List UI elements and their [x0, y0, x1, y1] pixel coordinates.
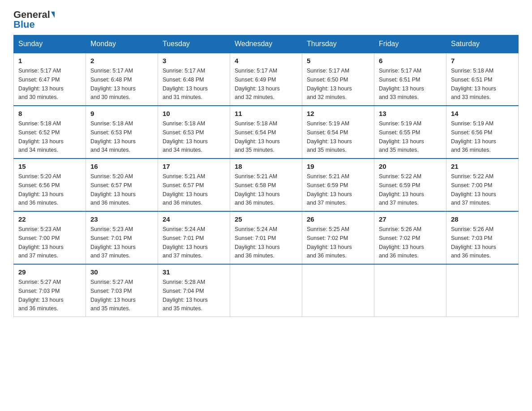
day-info: Sunrise: 5:22 AMSunset: 7:00 PMDaylight:…	[451, 173, 496, 206]
calendar-cell: 3 Sunrise: 5:17 AMSunset: 6:48 PMDayligh…	[158, 53, 230, 106]
day-info: Sunrise: 5:17 AMSunset: 6:50 PMDaylight:…	[307, 68, 352, 100]
calendar-cell: 14 Sunrise: 5:19 AMSunset: 6:56 PMDaylig…	[446, 106, 519, 158]
logo: General Blue	[13, 9, 55, 30]
day-number: 11	[235, 110, 297, 117]
calendar-cell: 4 Sunrise: 5:17 AMSunset: 6:49 PMDayligh…	[230, 53, 302, 106]
day-number: 5	[307, 57, 369, 64]
header-saturday: Saturday	[446, 35, 519, 53]
day-info: Sunrise: 5:17 AMSunset: 6:49 PMDaylight:…	[235, 68, 280, 100]
day-info: Sunrise: 5:17 AMSunset: 6:47 PMDaylight:…	[18, 68, 64, 100]
calendar-cell: 16 Sunrise: 5:20 AMSunset: 6:57 PMDaylig…	[86, 158, 158, 211]
header-friday: Friday	[374, 35, 446, 53]
day-number: 3	[163, 57, 225, 64]
calendar-cell: 9 Sunrise: 5:18 AMSunset: 6:53 PMDayligh…	[86, 106, 158, 158]
day-number: 29	[18, 268, 81, 276]
day-info: Sunrise: 5:19 AMSunset: 6:54 PMDaylight:…	[307, 120, 352, 153]
calendar-cell: 2 Sunrise: 5:17 AMSunset: 6:48 PMDayligh…	[86, 53, 158, 106]
calendar-cell: 29 Sunrise: 5:27 AMSunset: 7:03 PMDaylig…	[14, 264, 86, 317]
day-number: 15	[18, 163, 81, 170]
day-number: 27	[379, 215, 442, 223]
calendar-cell: 23 Sunrise: 5:23 AMSunset: 7:01 PMDaylig…	[86, 211, 158, 264]
day-info: Sunrise: 5:28 AMSunset: 7:04 PMDaylight:…	[163, 279, 208, 312]
calendar-cell: 22 Sunrise: 5:23 AMSunset: 7:00 PMDaylig…	[14, 211, 86, 264]
header-sunday: Sunday	[14, 35, 86, 53]
calendar-cell: 17 Sunrise: 5:21 AMSunset: 6:57 PMDaylig…	[158, 158, 230, 211]
calendar-cell: 24 Sunrise: 5:24 AMSunset: 7:01 PMDaylig…	[158, 211, 230, 264]
calendar-cell: 21 Sunrise: 5:22 AMSunset: 7:00 PMDaylig…	[446, 158, 519, 211]
day-number: 12	[307, 110, 369, 117]
calendar-cell: 30 Sunrise: 5:27 AMSunset: 7:03 PMDaylig…	[86, 264, 158, 317]
day-info: Sunrise: 5:24 AMSunset: 7:01 PMDaylight:…	[235, 226, 280, 259]
day-number: 21	[451, 163, 514, 170]
day-info: Sunrise: 5:27 AMSunset: 7:03 PMDaylight:…	[18, 279, 64, 312]
day-info: Sunrise: 5:24 AMSunset: 7:01 PMDaylight:…	[163, 226, 208, 259]
day-info: Sunrise: 5:22 AMSunset: 6:59 PMDaylight:…	[379, 173, 424, 206]
calendar-cell: 13 Sunrise: 5:19 AMSunset: 6:55 PMDaylig…	[374, 106, 446, 158]
day-number: 20	[379, 163, 442, 170]
day-info: Sunrise: 5:23 AMSunset: 7:00 PMDaylight:…	[18, 226, 64, 259]
calendar-cell: 28 Sunrise: 5:26 AMSunset: 7:03 PMDaylig…	[446, 211, 519, 264]
day-info: Sunrise: 5:18 AMSunset: 6:51 PMDaylight:…	[451, 68, 496, 100]
calendar-cell: 25 Sunrise: 5:24 AMSunset: 7:01 PMDaylig…	[230, 211, 302, 264]
day-number: 23	[90, 215, 153, 223]
day-number: 14	[451, 110, 514, 117]
calendar-cell: 31 Sunrise: 5:28 AMSunset: 7:04 PMDaylig…	[158, 264, 230, 317]
calendar-week-3: 15 Sunrise: 5:20 AMSunset: 6:56 PMDaylig…	[14, 158, 519, 211]
day-number: 1	[18, 57, 81, 64]
calendar-header-row: SundayMondayTuesdayWednesdayThursdayFrid…	[14, 35, 519, 53]
day-info: Sunrise: 5:21 AMSunset: 6:59 PMDaylight:…	[307, 173, 352, 206]
day-info: Sunrise: 5:18 AMSunset: 6:52 PMDaylight:…	[18, 120, 64, 153]
day-number: 25	[235, 215, 297, 223]
calendar-cell: 11 Sunrise: 5:18 AMSunset: 6:54 PMDaylig…	[230, 106, 302, 158]
calendar-cell: 12 Sunrise: 5:19 AMSunset: 6:54 PMDaylig…	[302, 106, 374, 158]
day-number: 17	[163, 163, 225, 170]
calendar-cell: 26 Sunrise: 5:25 AMSunset: 7:02 PMDaylig…	[302, 211, 374, 264]
calendar-cell: 7 Sunrise: 5:18 AMSunset: 6:51 PMDayligh…	[446, 53, 519, 106]
calendar-cell	[374, 264, 446, 317]
logo-triangle-icon	[51, 12, 55, 18]
calendar-cell: 15 Sunrise: 5:20 AMSunset: 6:56 PMDaylig…	[14, 158, 86, 211]
calendar-cell	[446, 264, 519, 317]
calendar-week-5: 29 Sunrise: 5:27 AMSunset: 7:03 PMDaylig…	[14, 264, 519, 317]
day-info: Sunrise: 5:18 AMSunset: 6:54 PMDaylight:…	[235, 120, 280, 153]
calendar-cell: 5 Sunrise: 5:17 AMSunset: 6:50 PMDayligh…	[302, 53, 374, 106]
day-number: 30	[90, 268, 153, 276]
calendar-cell	[302, 264, 374, 317]
logo-text-blue: Blue	[13, 19, 35, 30]
calendar-table: SundayMondayTuesdayWednesdayThursdayFrid…	[13, 35, 519, 317]
header-monday: Monday	[86, 35, 158, 53]
calendar-week-4: 22 Sunrise: 5:23 AMSunset: 7:00 PMDaylig…	[14, 211, 519, 264]
calendar-week-2: 8 Sunrise: 5:18 AMSunset: 6:52 PMDayligh…	[14, 106, 519, 158]
day-info: Sunrise: 5:21 AMSunset: 6:58 PMDaylight:…	[235, 173, 280, 206]
calendar-cell: 1 Sunrise: 5:17 AMSunset: 6:47 PMDayligh…	[14, 53, 86, 106]
day-info: Sunrise: 5:17 AMSunset: 6:48 PMDaylight:…	[90, 68, 136, 100]
calendar-cell: 8 Sunrise: 5:18 AMSunset: 6:52 PMDayligh…	[14, 106, 86, 158]
day-info: Sunrise: 5:20 AMSunset: 6:56 PMDaylight:…	[18, 173, 64, 206]
header-tuesday: Tuesday	[158, 35, 230, 53]
day-number: 9	[90, 110, 153, 117]
day-number: 18	[235, 163, 297, 170]
day-number: 31	[163, 268, 225, 276]
calendar-cell: 6 Sunrise: 5:17 AMSunset: 6:51 PMDayligh…	[374, 53, 446, 106]
header-wednesday: Wednesday	[230, 35, 302, 53]
day-info: Sunrise: 5:18 AMSunset: 6:53 PMDaylight:…	[90, 120, 136, 153]
calendar-cell: 10 Sunrise: 5:18 AMSunset: 6:53 PMDaylig…	[158, 106, 230, 158]
day-number: 28	[451, 215, 514, 223]
day-number: 19	[307, 163, 369, 170]
calendar-cell: 18 Sunrise: 5:21 AMSunset: 6:58 PMDaylig…	[230, 158, 302, 211]
day-info: Sunrise: 5:21 AMSunset: 6:57 PMDaylight:…	[163, 173, 208, 206]
calendar-cell	[230, 264, 302, 317]
day-info: Sunrise: 5:26 AMSunset: 7:02 PMDaylight:…	[379, 226, 424, 259]
day-info: Sunrise: 5:17 AMSunset: 6:48 PMDaylight:…	[163, 68, 208, 100]
page-header: General Blue	[13, 9, 519, 30]
calendar-cell: 27 Sunrise: 5:26 AMSunset: 7:02 PMDaylig…	[374, 211, 446, 264]
calendar-cell: 20 Sunrise: 5:22 AMSunset: 6:59 PMDaylig…	[374, 158, 446, 211]
day-info: Sunrise: 5:26 AMSunset: 7:03 PMDaylight:…	[451, 226, 496, 259]
day-info: Sunrise: 5:19 AMSunset: 6:55 PMDaylight:…	[379, 120, 424, 153]
day-info: Sunrise: 5:25 AMSunset: 7:02 PMDaylight:…	[307, 226, 352, 259]
day-info: Sunrise: 5:18 AMSunset: 6:53 PMDaylight:…	[163, 120, 208, 153]
day-info: Sunrise: 5:27 AMSunset: 7:03 PMDaylight:…	[90, 279, 136, 312]
day-number: 4	[235, 57, 297, 64]
day-info: Sunrise: 5:17 AMSunset: 6:51 PMDaylight:…	[379, 68, 424, 100]
day-info: Sunrise: 5:20 AMSunset: 6:57 PMDaylight:…	[90, 173, 136, 206]
